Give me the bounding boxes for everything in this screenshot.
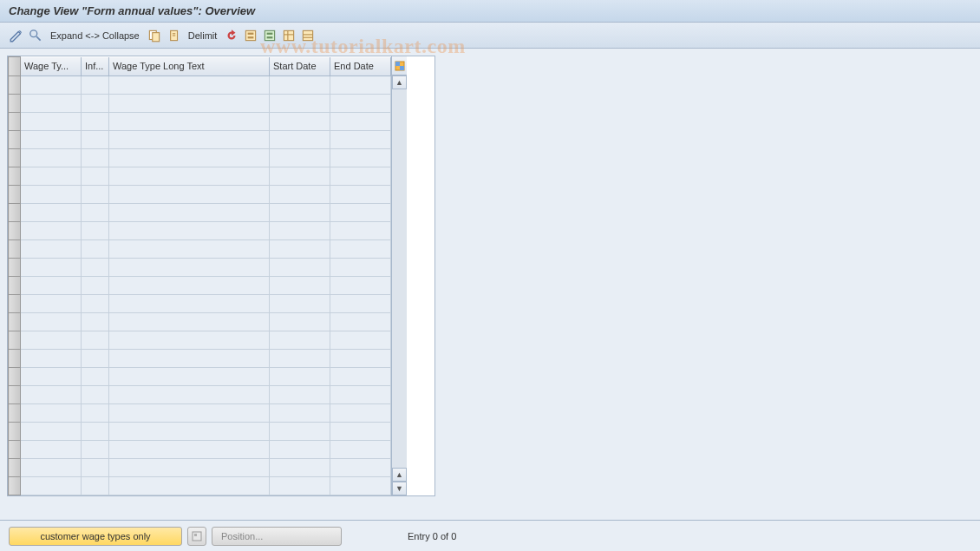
cell[interactable]: [82, 477, 109, 495]
row-selector[interactable]: [9, 441, 21, 459]
cell[interactable]: [270, 204, 330, 222]
cell[interactable]: [330, 459, 391, 477]
col-header-start-date[interactable]: Start Date: [270, 57, 330, 76]
table-row[interactable]: [9, 131, 391, 149]
cell[interactable]: [109, 477, 270, 495]
cell[interactable]: [109, 149, 270, 167]
cell[interactable]: [270, 149, 330, 167]
cell[interactable]: [270, 113, 330, 131]
cell[interactable]: [330, 259, 391, 277]
table-row[interactable]: [9, 313, 391, 331]
cell[interactable]: [330, 313, 391, 331]
cell[interactable]: [270, 95, 330, 113]
cell[interactable]: [21, 386, 82, 404]
col-header-wage-type[interactable]: Wage Ty...: [21, 57, 82, 76]
row-selector[interactable]: [9, 76, 21, 95]
cell[interactable]: [270, 76, 330, 95]
cell[interactable]: [270, 222, 330, 240]
cell[interactable]: [109, 350, 270, 368]
row-selector[interactable]: [9, 277, 21, 295]
cell[interactable]: [21, 95, 82, 113]
cell[interactable]: [109, 167, 270, 186]
table-row[interactable]: [9, 423, 391, 441]
cell[interactable]: [82, 204, 109, 222]
position-button[interactable]: Position...: [212, 527, 342, 546]
cell[interactable]: [270, 386, 330, 404]
cell[interactable]: [21, 368, 82, 386]
cell[interactable]: [270, 441, 330, 459]
cell[interactable]: [21, 149, 82, 167]
cell[interactable]: [82, 131, 109, 149]
cell[interactable]: [330, 204, 391, 222]
table-row[interactable]: [9, 240, 391, 259]
cell[interactable]: [270, 131, 330, 149]
cell[interactable]: [109, 222, 270, 240]
row-selector[interactable]: [9, 259, 21, 277]
row-selector[interactable]: [9, 404, 21, 423]
table-row[interactable]: [9, 113, 391, 131]
cell[interactable]: [109, 368, 270, 386]
expand-collapse-button[interactable]: Expand <-> Collapse: [50, 30, 140, 41]
cell[interactable]: [21, 186, 82, 204]
col-header-selector[interactable]: [9, 57, 21, 76]
cell[interactable]: [82, 368, 109, 386]
table-row[interactable]: [9, 204, 391, 222]
cell[interactable]: [109, 295, 270, 313]
cell[interactable]: [109, 331, 270, 350]
select-all-icon[interactable]: [243, 28, 258, 43]
cell[interactable]: [21, 131, 82, 149]
cell[interactable]: [21, 404, 82, 423]
cell[interactable]: [21, 477, 82, 495]
row-selector[interactable]: [9, 167, 21, 186]
cell[interactable]: [82, 441, 109, 459]
cell[interactable]: [330, 477, 391, 495]
cell[interactable]: [109, 423, 270, 441]
cell[interactable]: [82, 295, 109, 313]
cell[interactable]: [82, 186, 109, 204]
table-row[interactable]: [9, 277, 391, 295]
cell[interactable]: [21, 259, 82, 277]
cell[interactable]: [330, 441, 391, 459]
cell[interactable]: [330, 95, 391, 113]
cell[interactable]: [109, 259, 270, 277]
cell[interactable]: [330, 131, 391, 149]
cell[interactable]: [21, 441, 82, 459]
cell[interactable]: [109, 459, 270, 477]
cell[interactable]: [82, 313, 109, 331]
cell[interactable]: [21, 113, 82, 131]
table-row[interactable]: [9, 368, 391, 386]
other-view-icon[interactable]: [28, 28, 43, 43]
row-selector[interactable]: [9, 313, 21, 331]
row-selector[interactable]: [9, 295, 21, 313]
cell[interactable]: [270, 477, 330, 495]
row-selector[interactable]: [9, 222, 21, 240]
data-grid[interactable]: Wage Ty... Inf... Wage Type Long Text St…: [8, 56, 391, 495]
cell[interactable]: [21, 423, 82, 441]
cell[interactable]: [270, 350, 330, 368]
cell[interactable]: [109, 113, 270, 131]
cell[interactable]: [330, 386, 391, 404]
cell[interactable]: [82, 167, 109, 186]
cell[interactable]: [330, 368, 391, 386]
table-row[interactable]: [9, 350, 391, 368]
table-row[interactable]: [9, 441, 391, 459]
scroll-up-button[interactable]: ▲: [392, 75, 407, 89]
cell[interactable]: [82, 95, 109, 113]
cell[interactable]: [21, 222, 82, 240]
cell[interactable]: [109, 186, 270, 204]
row-selector[interactable]: [9, 240, 21, 259]
cell[interactable]: [270, 331, 330, 350]
col-header-end-date[interactable]: End Date: [330, 57, 391, 76]
cell[interactable]: [82, 240, 109, 259]
cell[interactable]: [82, 76, 109, 95]
row-selector[interactable]: [9, 423, 21, 441]
col-header-inf[interactable]: Inf...: [82, 57, 109, 76]
table-row[interactable]: [9, 259, 391, 277]
row-selector[interactable]: [9, 131, 21, 149]
table-configure-icon[interactable]: [392, 56, 407, 75]
table-row[interactable]: [9, 167, 391, 186]
delimit-button[interactable]: Delimit: [188, 30, 218, 41]
cell[interactable]: [330, 350, 391, 368]
cell[interactable]: [21, 76, 82, 95]
row-selector[interactable]: [9, 331, 21, 350]
